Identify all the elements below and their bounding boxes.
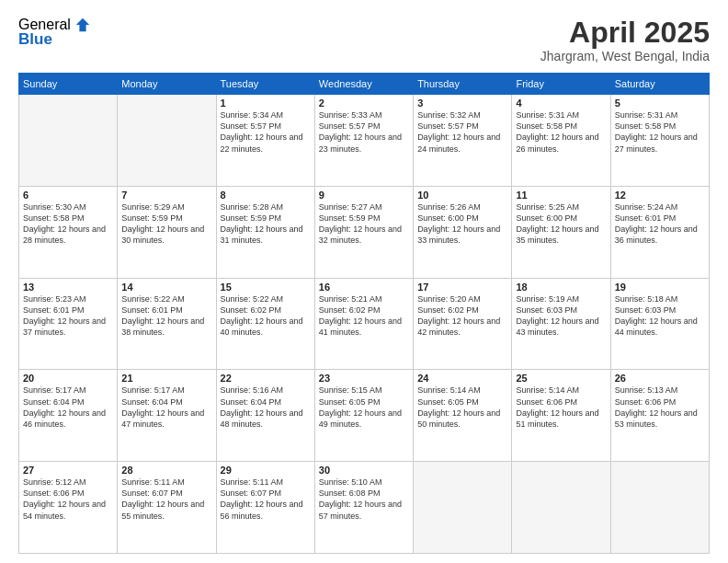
table-row: 22Sunrise: 5:16 AMSunset: 6:04 PMDayligh… [216, 370, 314, 462]
table-row [512, 462, 610, 554]
sunrise-text: Sunrise: 5:21 AM [319, 293, 409, 304]
day-info: Sunrise: 5:11 AMSunset: 6:07 PMDaylight:… [221, 477, 311, 522]
table-row: 30Sunrise: 5:10 AMSunset: 6:08 PMDayligh… [314, 462, 413, 554]
sunrise-text: Sunrise: 5:12 AM [23, 477, 113, 488]
day-info: Sunrise: 5:20 AMSunset: 6:02 PMDaylight:… [417, 293, 507, 339]
sunset-text: Sunset: 6:07 PM [121, 488, 211, 499]
daylight-text: Daylight: 12 hours and 26 minutes. [516, 132, 606, 154]
daylight-text: Daylight: 12 hours and 31 minutes. [221, 224, 311, 246]
sunset-text: Sunset: 6:00 PM [417, 213, 507, 224]
day-info: Sunrise: 5:18 AMSunset: 6:03 PMDaylight:… [615, 293, 705, 339]
daylight-text: Daylight: 12 hours and 48 minutes. [221, 408, 311, 430]
sunset-text: Sunset: 5:59 PM [319, 213, 409, 224]
table-row: 8Sunrise: 5:28 AMSunset: 5:59 PMDaylight… [216, 186, 314, 278]
day-info: Sunrise: 5:14 AMSunset: 6:06 PMDaylight:… [516, 385, 606, 430]
table-row: 20Sunrise: 5:17 AMSunset: 6:04 PMDayligh… [19, 370, 118, 462]
daylight-text: Daylight: 12 hours and 22 minutes. [221, 132, 311, 154]
sunrise-text: Sunrise: 5:11 AM [121, 477, 211, 488]
sunset-text: Sunset: 5:58 PM [615, 121, 705, 132]
sunset-text: Sunset: 6:02 PM [221, 304, 311, 316]
day-number: 5 [615, 98, 705, 109]
sunset-text: Sunset: 6:03 PM [615, 304, 705, 316]
day-number: 4 [516, 98, 606, 109]
daylight-text: Daylight: 12 hours and 28 minutes. [23, 224, 113, 246]
day-number: 3 [417, 98, 507, 109]
day-info: Sunrise: 5:22 AMSunset: 6:01 PMDaylight:… [121, 293, 211, 339]
table-row: 5Sunrise: 5:31 AMSunset: 5:58 PMDaylight… [610, 95, 709, 187]
table-row: 28Sunrise: 5:11 AMSunset: 6:07 PMDayligh… [118, 462, 216, 554]
table-row: 16Sunrise: 5:21 AMSunset: 6:02 PMDayligh… [314, 278, 413, 370]
daylight-text: Daylight: 12 hours and 42 minutes. [417, 316, 507, 338]
day-number: 7 [121, 190, 211, 201]
col-wednesday: Wednesday [314, 74, 413, 95]
day-info: Sunrise: 5:17 AMSunset: 6:04 PMDaylight:… [121, 385, 211, 430]
day-info: Sunrise: 5:22 AMSunset: 6:02 PMDaylight:… [221, 293, 311, 339]
logo-icon [74, 17, 91, 33]
daylight-text: Daylight: 12 hours and 37 minutes. [23, 316, 113, 338]
daylight-text: Daylight: 12 hours and 32 minutes. [319, 224, 409, 246]
logo: General Blue [18, 17, 91, 49]
day-number: 21 [121, 373, 211, 384]
daylight-text: Daylight: 12 hours and 53 minutes. [615, 408, 705, 430]
table-row: 11Sunrise: 5:25 AMSunset: 6:00 PMDayligh… [512, 186, 610, 278]
day-info: Sunrise: 5:23 AMSunset: 6:01 PMDaylight:… [23, 293, 113, 339]
table-row [610, 462, 709, 554]
table-row [19, 95, 118, 187]
daylight-text: Daylight: 12 hours and 24 minutes. [417, 132, 507, 154]
sunrise-text: Sunrise: 5:10 AM [319, 477, 409, 488]
sunrise-text: Sunrise: 5:16 AM [221, 385, 311, 396]
table-row [118, 95, 216, 187]
day-info: Sunrise: 5:33 AMSunset: 5:57 PMDaylight:… [319, 109, 409, 155]
sunrise-text: Sunrise: 5:33 AM [319, 109, 409, 121]
day-info: Sunrise: 5:17 AMSunset: 6:04 PMDaylight:… [23, 385, 113, 430]
sunrise-text: Sunrise: 5:14 AM [516, 385, 606, 396]
daylight-text: Daylight: 12 hours and 27 minutes. [615, 132, 705, 154]
sunset-text: Sunset: 6:03 PM [516, 304, 606, 316]
calendar-week-row: 6Sunrise: 5:30 AMSunset: 5:58 PMDaylight… [19, 186, 710, 278]
sunrise-text: Sunrise: 5:11 AM [221, 477, 311, 488]
month-title: April 2025 [540, 17, 710, 49]
sunrise-text: Sunrise: 5:19 AM [516, 293, 606, 304]
day-info: Sunrise: 5:11 AMSunset: 6:07 PMDaylight:… [121, 477, 211, 522]
day-number: 17 [417, 282, 507, 293]
sunset-text: Sunset: 5:58 PM [23, 213, 113, 224]
daylight-text: Daylight: 12 hours and 43 minutes. [516, 316, 606, 338]
sunrise-text: Sunrise: 5:15 AM [319, 385, 409, 396]
table-row: 4Sunrise: 5:31 AMSunset: 5:58 PMDaylight… [512, 95, 610, 187]
day-number: 14 [121, 282, 211, 293]
day-info: Sunrise: 5:21 AMSunset: 6:02 PMDaylight:… [319, 293, 409, 339]
sunrise-text: Sunrise: 5:17 AM [23, 385, 113, 396]
sunrise-text: Sunrise: 5:18 AM [615, 293, 705, 304]
sunset-text: Sunset: 6:06 PM [23, 488, 113, 499]
calendar-header-row: Sunday Monday Tuesday Wednesday Thursday… [19, 74, 710, 95]
calendar-week-row: 13Sunrise: 5:23 AMSunset: 6:01 PMDayligh… [19, 278, 710, 370]
day-number: 8 [221, 190, 311, 201]
table-row: 19Sunrise: 5:18 AMSunset: 6:03 PMDayligh… [610, 278, 709, 370]
day-number: 6 [23, 190, 113, 201]
sunrise-text: Sunrise: 5:14 AM [417, 385, 507, 396]
sunrise-text: Sunrise: 5:22 AM [221, 293, 311, 304]
day-number: 30 [319, 465, 409, 476]
daylight-text: Daylight: 12 hours and 47 minutes. [121, 408, 211, 430]
day-info: Sunrise: 5:26 AMSunset: 6:00 PMDaylight:… [417, 201, 507, 247]
day-number: 9 [319, 190, 409, 201]
table-row: 27Sunrise: 5:12 AMSunset: 6:06 PMDayligh… [19, 462, 118, 554]
col-monday: Monday [118, 74, 216, 95]
day-info: Sunrise: 5:27 AMSunset: 5:59 PMDaylight:… [319, 201, 409, 247]
day-info: Sunrise: 5:10 AMSunset: 6:08 PMDaylight:… [319, 477, 409, 522]
daylight-text: Daylight: 12 hours and 40 minutes. [221, 316, 311, 338]
day-info: Sunrise: 5:15 AMSunset: 6:05 PMDaylight:… [319, 385, 409, 430]
sunset-text: Sunset: 6:05 PM [417, 396, 507, 408]
sunset-text: Sunset: 5:57 PM [417, 121, 507, 132]
day-info: Sunrise: 5:13 AMSunset: 6:06 PMDaylight:… [615, 385, 705, 430]
sunrise-text: Sunrise: 5:13 AM [615, 385, 705, 396]
table-row: 13Sunrise: 5:23 AMSunset: 6:01 PMDayligh… [19, 278, 118, 370]
logo-blue: Blue [18, 30, 52, 49]
table-row: 23Sunrise: 5:15 AMSunset: 6:05 PMDayligh… [314, 370, 413, 462]
col-sunday: Sunday [19, 74, 118, 95]
table-row: 29Sunrise: 5:11 AMSunset: 6:07 PMDayligh… [216, 462, 314, 554]
table-row: 21Sunrise: 5:17 AMSunset: 6:04 PMDayligh… [118, 370, 216, 462]
day-info: Sunrise: 5:29 AMSunset: 5:59 PMDaylight:… [121, 201, 211, 247]
table-row: 26Sunrise: 5:13 AMSunset: 6:06 PMDayligh… [610, 370, 709, 462]
sunrise-text: Sunrise: 5:22 AM [121, 293, 211, 304]
